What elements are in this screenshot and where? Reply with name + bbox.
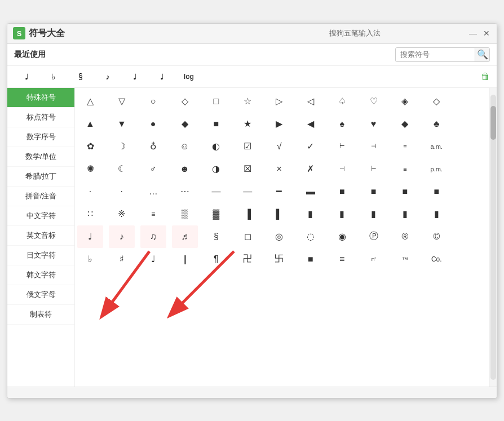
sym-placeholder-6[interactable]: [455, 203, 481, 225]
sym-flower[interactable]: ✿: [77, 135, 103, 158]
sym-shade2[interactable]: ▓: [203, 203, 229, 225]
sym-dash3[interactable]: ⊣: [329, 158, 355, 180]
sym-note1[interactable]: ♩: [77, 225, 103, 248]
sym-colon2[interactable]: ∷: [77, 203, 103, 225]
sidebar-item-greek[interactable]: 希腊/拉丁: [7, 167, 74, 187]
sym-sharp[interactable]: ♯: [109, 248, 135, 271]
sidebar-item-phonetic[interactable]: 英文音标: [7, 226, 74, 246]
sym-rect6[interactable]: ▮: [329, 203, 355, 225]
sym-cross1[interactable]: ×: [266, 158, 292, 180]
sym-rect9[interactable]: ▮: [423, 203, 449, 225]
sym-earth[interactable]: ♁: [140, 135, 166, 158]
sym-co[interactable]: Co.: [423, 248, 449, 271]
sym-circle-filled[interactable]: ●: [140, 113, 166, 135]
sym-section[interactable]: §: [203, 225, 229, 248]
recent-symbol-3[interactable]: §: [68, 68, 93, 85]
sym-heart-filled[interactable]: ♥: [361, 113, 387, 135]
sym-checkbox-checked[interactable]: ☑: [235, 135, 260, 158]
sym-rect1[interactable]: ■: [329, 180, 355, 203]
sym-pilcrow[interactable]: ¶: [203, 248, 229, 271]
sym-dash2[interactable]: ⊣: [361, 135, 387, 158]
sym-spade-outline[interactable]: ♤: [329, 90, 355, 113]
sidebar-item-korean[interactable]: 韩文字符: [7, 265, 74, 285]
sym-rect-medium[interactable]: ▬: [298, 180, 324, 203]
sym-diamond-filled2[interactable]: ◆: [392, 113, 418, 135]
sym-p-circle[interactable]: Ⓟ: [361, 225, 387, 248]
sym-circle-dotted[interactable]: ◌: [298, 225, 324, 248]
sym-placeholder-8[interactable]: [455, 248, 481, 271]
sym-dot1[interactable]: ·: [77, 180, 103, 203]
sym-natural[interactable]: ♩: [140, 248, 166, 271]
sym-asterism[interactable]: ※: [109, 203, 135, 225]
close-button[interactable]: ✕: [482, 29, 491, 38]
sym-triangle-right-outline[interactable]: ▷: [266, 90, 292, 113]
sym-check2[interactable]: ✓: [298, 135, 324, 158]
clear-recent-button[interactable]: 🗑: [481, 72, 490, 82]
sym-placeholder-3[interactable]: [455, 135, 481, 158]
sym-triangle-left-outline[interactable]: ◁: [298, 90, 324, 113]
recent-symbol-5[interactable]: ♩: [122, 68, 147, 85]
sym-checkbox-x[interactable]: ☒: [235, 158, 260, 180]
sym-dot2[interactable]: ·: [109, 180, 135, 203]
minimize-button[interactable]: —: [468, 29, 478, 38]
sym-crescent[interactable]: ☽: [109, 135, 135, 158]
sym-pm[interactable]: p.m.: [423, 158, 449, 180]
search-input[interactable]: [396, 50, 475, 59]
sym-dash4[interactable]: ⊢: [361, 158, 387, 180]
scrollbar[interactable]: [489, 88, 497, 387]
sym-triangle-down-filled[interactable]: ▼: [109, 113, 135, 135]
sidebar-item-japanese[interactable]: 日文字符: [7, 246, 74, 265]
sym-halfcircle-right[interactable]: ◑: [203, 158, 229, 180]
sym-placeholder-5[interactable]: [455, 180, 481, 203]
sym-diamond-filled[interactable]: ◆: [172, 113, 198, 135]
sym-placeholder-2[interactable]: [455, 113, 481, 135]
sym-square-small[interactable]: ◻: [235, 225, 260, 248]
sidebar-item-punctuation[interactable]: 标点符号: [7, 108, 74, 127]
sym-diamond-outline2[interactable]: ◈: [392, 90, 418, 113]
sym-rect8[interactable]: ▮: [392, 203, 418, 225]
sym-star-filled[interactable]: ★: [235, 113, 260, 135]
sidebar-item-chinese[interactable]: 中文字符: [7, 206, 74, 226]
sym-circle-inner[interactable]: ◉: [329, 225, 355, 248]
sym-trademark[interactable]: ™: [392, 248, 418, 271]
scroll-thumb[interactable]: [490, 106, 496, 140]
sym-note3[interactable]: ♫: [140, 225, 166, 248]
sym-circle-outline[interactable]: ○: [140, 90, 166, 113]
sym-star-outline[interactable]: ☆: [235, 90, 260, 113]
sym-registered[interactable]: ®: [392, 225, 418, 248]
sym-doublebar[interactable]: ‖: [172, 248, 198, 271]
sym-ellipsis[interactable]: …: [140, 180, 166, 203]
sym-diamond-outline[interactable]: ◇: [172, 90, 198, 113]
sym-check1[interactable]: √: [266, 135, 292, 158]
sym-flat[interactable]: ♭: [77, 248, 103, 271]
sym-diamond-outline3[interactable]: ◇: [423, 90, 449, 113]
sym-placeholder-7[interactable]: [455, 225, 481, 248]
sym-triangle-outline[interactable]: △: [77, 90, 103, 113]
sym-equiv2[interactable]: ≡: [392, 158, 418, 180]
scroll-track[interactable]: [490, 95, 496, 380]
sym-placeholder-4[interactable]: [455, 158, 481, 180]
recent-symbol-7[interactable]: log: [176, 68, 201, 85]
sym-rect3[interactable]: ■: [392, 180, 418, 203]
sym-swastika1[interactable]: 卍: [235, 248, 260, 271]
sym-rect2[interactable]: ■: [361, 180, 387, 203]
recent-symbol-1[interactable]: ♩: [14, 68, 39, 85]
sym-sun[interactable]: ✺: [77, 158, 103, 180]
sym-dash-long2[interactable]: —: [235, 180, 260, 203]
sidebar-item-pinyin[interactable]: 拼音/注音: [7, 187, 74, 206]
sym-bar-thick[interactable]: ━: [266, 180, 292, 203]
sym-triangle-filled[interactable]: ▲: [77, 113, 103, 135]
sym-swastika2[interactable]: 卐: [266, 248, 292, 271]
sym-copyright[interactable]: ©: [423, 225, 449, 248]
sym-rect7[interactable]: ▮: [361, 203, 387, 225]
recent-symbol-2[interactable]: ♭: [41, 68, 66, 85]
sym-placeholder-1[interactable]: [455, 90, 481, 113]
recent-symbol-4[interactable]: ♪: [95, 68, 120, 85]
sym-rect5[interactable]: ▮: [298, 203, 324, 225]
sym-rect4[interactable]: ■: [423, 180, 449, 203]
recent-symbol-6[interactable]: ♩: [149, 68, 174, 85]
sym-triangle-left-filled[interactable]: ◀: [298, 113, 324, 135]
sym-am[interactable]: a.m.: [423, 135, 449, 158]
sym-halfblock-right[interactable]: ▐: [235, 203, 260, 225]
sym-smiley2[interactable]: ☻: [172, 158, 198, 180]
